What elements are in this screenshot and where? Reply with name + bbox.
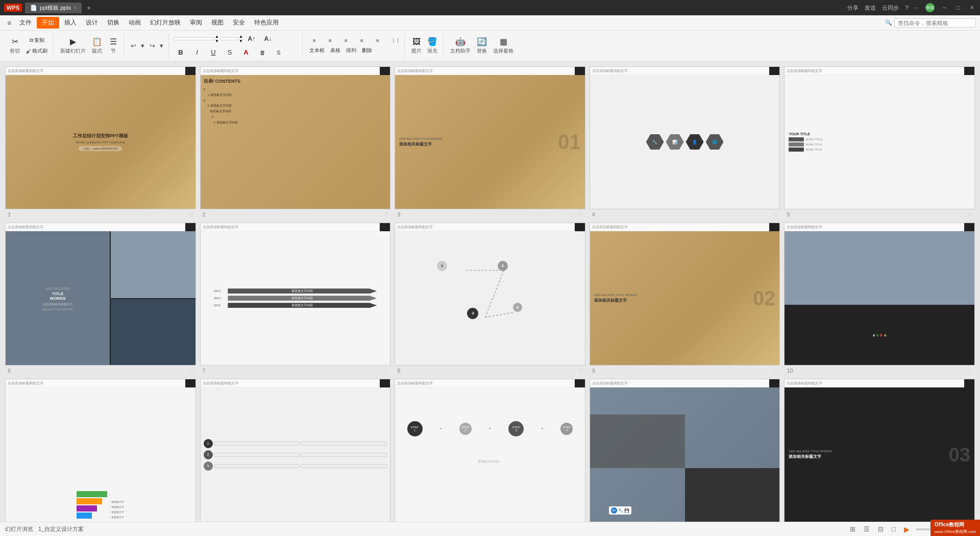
- bold-btn[interactable]: B: [173, 47, 188, 58]
- slide-star-1[interactable]: ☆: [189, 211, 194, 218]
- menu-start[interactable]: 开始: [37, 17, 59, 29]
- menu-animation[interactable]: 动画: [125, 16, 145, 29]
- help-btn[interactable]: ?: [905, 5, 908, 11]
- file-tab[interactable]: 📄 ppt模板.pptx ×: [25, 3, 82, 13]
- clear-format-btn[interactable]: 🗑: [255, 48, 270, 57]
- slide-thumb-10[interactable]: 点击添加标题和副文字 a a B a: [784, 223, 975, 366]
- table-btn[interactable]: 表格: [328, 45, 343, 56]
- font-size-arrows[interactable]: ▲▼: [239, 34, 243, 43]
- column-btn[interactable]: ⎹⎹: [386, 36, 401, 45]
- text-shadow-btn[interactable]: S: [271, 48, 286, 57]
- copy-btn[interactable]: ⧉ 复制: [23, 35, 50, 45]
- sort-btn[interactable]: 排列: [344, 45, 359, 56]
- justify-btn[interactable]: ≡: [354, 36, 370, 45]
- slides-panel: 点击添加标题和副文字 工作总结计划安排PPT模板 WORK SUMMARY PP…: [0, 61, 980, 522]
- select-pane-btn[interactable]: ▦ 选择窗格: [491, 35, 516, 56]
- menu-review[interactable]: 审阅: [186, 16, 206, 29]
- tab-close-btn[interactable]: ×: [74, 5, 77, 11]
- ai-assistant-btn[interactable]: 🤖 文档助手: [448, 35, 473, 56]
- slide-thumb-4[interactable]: 点击添加标题和副文字 🔧 📊 👤 🌐: [590, 66, 780, 209]
- section-btn[interactable]: ☰ 节: [106, 35, 121, 56]
- send-btn[interactable]: 发送: [865, 4, 876, 12]
- cut-btn[interactable]: ✂ 剪切: [7, 35, 22, 56]
- slide-thumb-2[interactable]: 点击添加标题和副文字 目录/ CONTENTS 0 1 请替换文字内容 0 2 …: [200, 66, 391, 209]
- menu-file[interactable]: 文件: [15, 16, 36, 29]
- slide-star-8[interactable]: ☆: [578, 367, 584, 374]
- slide-footer-10: 10 ☆: [784, 367, 975, 375]
- font-size-box[interactable]: [220, 37, 238, 40]
- slide-star-4[interactable]: ☆: [773, 211, 778, 218]
- replace-btn[interactable]: 🔄 替换: [474, 35, 489, 56]
- picture-btn[interactable]: 🖼 图片: [409, 35, 424, 56]
- search-input[interactable]: [894, 18, 976, 28]
- slide-star-9[interactable]: ☆: [773, 367, 778, 374]
- new-slide-btn[interactable]: 📋 版式: [89, 35, 105, 56]
- menu-transition[interactable]: 切换: [103, 16, 124, 29]
- design-mode-label[interactable]: 1_自定义设计方案: [38, 525, 84, 533]
- share-btn[interactable]: 分享: [847, 4, 859, 12]
- slide-thumb-12[interactable]: 点击添加标题和副文字 1 2: [200, 379, 391, 522]
- reading-view-btn[interactable]: □: [890, 524, 898, 534]
- redo-dropdown-btn[interactable]: ▾: [158, 40, 165, 51]
- slide-container-4: 点击添加标题和副文字 🔧 📊 👤 🌐: [590, 66, 780, 218]
- font-decrease-btn[interactable]: A↓: [260, 34, 276, 44]
- slide-thumb-5[interactable]: 点击添加标题和副文字 YOUR TITLE MAIN TITLE MAIN TI…: [784, 66, 975, 209]
- slideshow-view-btn[interactable]: ⊟: [876, 524, 886, 534]
- slide-star-5[interactable]: ☆: [968, 211, 973, 218]
- new-tab-btn[interactable]: +: [87, 4, 91, 12]
- font-color-btn[interactable]: A: [238, 47, 254, 58]
- menu-slideshow[interactable]: 幻灯片放映: [146, 16, 185, 29]
- menu-design[interactable]: 设计: [82, 16, 102, 29]
- slide-thumb-13[interactable]: 点击添加标题和副文字 STEP1 STEP2 STEP3 STEP4 请替换文字…: [395, 379, 585, 522]
- underline-btn[interactable]: U: [206, 47, 221, 58]
- undo-dropdown-btn[interactable]: ▾: [139, 40, 146, 51]
- line-spacing-btn[interactable]: ≡: [370, 36, 385, 45]
- font-name-arrows[interactable]: ▲▼: [215, 34, 219, 43]
- slide-star-2[interactable]: ☆: [383, 211, 389, 218]
- menu-view[interactable]: 视图: [207, 16, 228, 29]
- undo-btn[interactable]: ↩: [129, 40, 138, 51]
- redo-btn[interactable]: ↪: [148, 40, 157, 51]
- menu-special[interactable]: 特色应用: [250, 16, 283, 29]
- outline-view-btn[interactable]: ☰: [862, 524, 872, 534]
- align-center-btn[interactable]: ≡: [323, 36, 338, 45]
- normal-view-btn[interactable]: ⊞: [848, 524, 857, 534]
- delete-btn[interactable]: 删除: [359, 45, 375, 56]
- slide-show-label[interactable]: 幻灯片浏览: [5, 525, 33, 533]
- sync-btn[interactable]: 云同步: [882, 4, 899, 12]
- slide-star-6[interactable]: ☆: [189, 367, 194, 374]
- maximize-btn[interactable]: □: [954, 4, 962, 11]
- more-btn[interactable]: ···: [915, 5, 919, 11]
- format-painter-btn[interactable]: 🖌 格式刷: [23, 46, 50, 56]
- slide-thumb-9[interactable]: 点击添加标题和副文字 ADD RELATED TITLE WORDS 添加相关标…: [590, 223, 780, 366]
- minimize-btn[interactable]: −: [941, 4, 948, 11]
- play-btn[interactable]: ▶: [902, 524, 912, 534]
- slide-thumb-11[interactable]: 点击添加标题和副文字 → 请替换文字 → 请替换文字 → 请替换文字: [5, 379, 196, 522]
- slide-thumb-7[interactable]: 点击添加标题和副文字 2013 请替换文字内容 2014: [200, 223, 391, 366]
- italic-btn[interactable]: I: [189, 47, 205, 58]
- slide-thumb-1[interactable]: 点击添加标题和副文字 工作总结计划安排PPT模板 WORK SUMMARY PP…: [5, 66, 196, 209]
- align-right-btn[interactable]: ≡: [338, 36, 354, 45]
- font-increase-btn[interactable]: A↑: [244, 34, 259, 44]
- font-name-box[interactable]: [173, 37, 214, 40]
- filename: ppt模板.pptx: [40, 4, 71, 12]
- start-slideshow-btn[interactable]: ▶ 新建幻灯片: [58, 35, 88, 56]
- menu-security[interactable]: 安全: [229, 16, 249, 29]
- slide-star-3[interactable]: ☆: [578, 211, 584, 218]
- close-btn[interactable]: ×: [968, 4, 976, 11]
- align-left-btn[interactable]: ≡: [307, 36, 322, 45]
- slide-thumb-15[interactable]: 点击添加标题和副文字 ADD RELATED TITLE WORDS 添加相关标…: [784, 379, 975, 522]
- hamburger-menu[interactable]: ≡: [4, 17, 14, 29]
- slide-thumb-8[interactable]: 点击添加标题和副文字 1 2 3 4: [395, 223, 585, 366]
- fill-btn[interactable]: 🪣 填充: [425, 35, 440, 56]
- slide-star-10[interactable]: ☆: [968, 367, 973, 374]
- menu-insert[interactable]: 插入: [60, 16, 81, 29]
- slide-thumb-6[interactable]: 点击添加标题和副文字 ADD RELATED TITLE WORDS 点击添加相…: [5, 223, 196, 366]
- text-box-btn[interactable]: 文本框: [307, 45, 327, 56]
- slide-footer-3: 3 ☆: [395, 210, 585, 218]
- slide-thumb-3[interactable]: 点击添加标题和副文字 ADD RELATED TITLE WORDS 添加相关标…: [395, 66, 585, 209]
- slide-star-7[interactable]: ☆: [383, 367, 389, 374]
- slide-thumb-14[interactable]: 点击添加标题和副文字 中 🔧 💾: [590, 379, 780, 522]
- slide-container-5: 点击添加标题和副文字 YOUR TITLE MAIN TITLE MAIN TI…: [784, 66, 975, 218]
- strikethrough-btn[interactable]: S: [222, 47, 237, 58]
